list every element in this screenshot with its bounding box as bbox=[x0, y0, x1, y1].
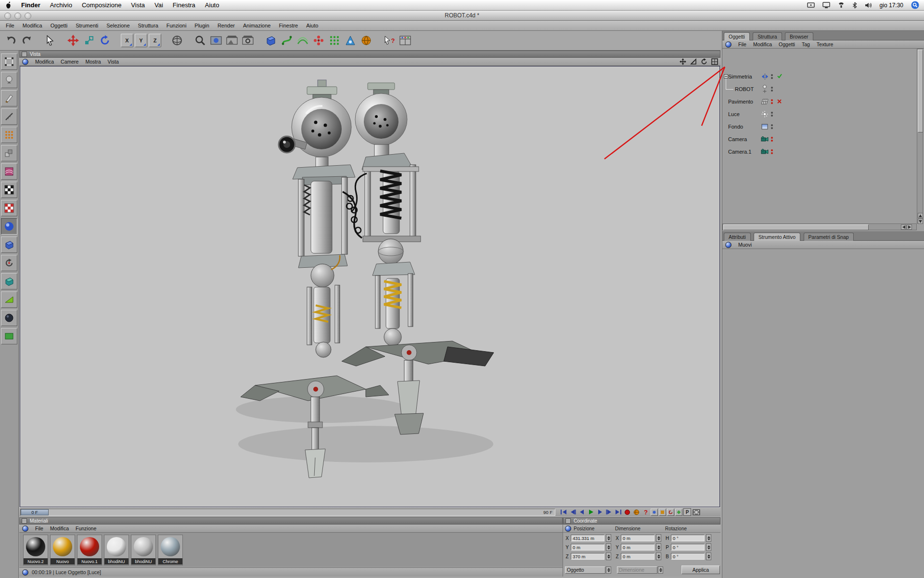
add-primitive-cube-icon[interactable] bbox=[264, 33, 278, 48]
viewport-header[interactable]: Vista bbox=[19, 51, 720, 58]
scroll-down-icon[interactable] bbox=[918, 219, 923, 224]
sound-toggle-button[interactable] bbox=[632, 509, 641, 516]
zoom-view-icon[interactable] bbox=[690, 58, 697, 65]
tab-strumento-attivo[interactable]: Strumento Attivo bbox=[754, 233, 800, 241]
add-particles-icon[interactable] bbox=[327, 33, 342, 48]
texture-axis-icon[interactable] bbox=[1, 200, 17, 216]
panel-menu-icon[interactable] bbox=[565, 525, 571, 532]
apple-menu-icon[interactable] bbox=[5, 1, 12, 9]
app-menu-finestre[interactable]: Finestre bbox=[279, 23, 298, 28]
material-name[interactable]: bhodiNU bbox=[104, 558, 128, 565]
menu-aiuto[interactable]: Aiuto bbox=[205, 1, 219, 9]
material-name[interactable]: Nuovo.1 bbox=[77, 558, 102, 565]
materials-header[interactable]: Materiali bbox=[19, 517, 563, 525]
bluetooth-icon[interactable] bbox=[852, 2, 857, 9]
app-menu-plugin[interactable]: Plugin bbox=[194, 23, 209, 28]
displays-icon[interactable] bbox=[822, 2, 830, 9]
visibility-dots[interactable] bbox=[771, 124, 773, 129]
om-menu-texture[interactable]: Texture bbox=[817, 41, 833, 47]
wedge-tool-icon[interactable] bbox=[1, 291, 17, 308]
om-menu-tag[interactable]: Tag bbox=[802, 41, 810, 47]
rot-b-stepper[interactable] bbox=[706, 552, 711, 560]
film-icon[interactable] bbox=[692, 509, 700, 516]
material-item[interactable]: Nuovo.2 bbox=[23, 535, 48, 565]
dim-y-stepper[interactable] bbox=[656, 543, 661, 551]
apply-button[interactable]: Applica bbox=[681, 565, 720, 574]
material-name[interactable]: bhodiNU bbox=[131, 558, 155, 565]
material-item[interactable]: bhodiNU bbox=[104, 535, 129, 565]
pos-z-field[interactable]: 370 m bbox=[571, 553, 604, 560]
uv-tool-icon[interactable] bbox=[1, 163, 17, 180]
render-picture-icon[interactable] bbox=[225, 33, 239, 48]
object-row-luce[interactable]: Luce bbox=[722, 108, 917, 120]
visibility-dots[interactable] bbox=[771, 137, 773, 142]
menu-vista[interactable]: Vista bbox=[131, 1, 145, 9]
panel-menu-icon[interactable] bbox=[22, 59, 28, 65]
add-sound-icon[interactable] bbox=[359, 33, 373, 48]
viewport-canvas[interactable] bbox=[20, 66, 720, 507]
material-item[interactable]: bhodiNU bbox=[131, 535, 156, 565]
material-item[interactable]: Nuovo.1 bbox=[77, 535, 102, 565]
om-menu-modifica[interactable]: Modifica bbox=[753, 41, 772, 47]
autokey-parameter-toggle[interactable] bbox=[675, 509, 682, 516]
mat-menu-file[interactable]: File bbox=[35, 525, 43, 531]
scroll-up-icon[interactable] bbox=[918, 213, 923, 218]
material-name[interactable]: Nuovo.2 bbox=[24, 558, 48, 565]
app-menu-file[interactable]: File bbox=[6, 23, 14, 28]
selection-frame-icon[interactable] bbox=[1, 53, 17, 70]
panel-grip-icon[interactable] bbox=[22, 52, 27, 57]
make-editable-icon[interactable] bbox=[1, 72, 17, 88]
om-menu-file[interactable]: File bbox=[738, 41, 746, 47]
rot-h-stepper[interactable] bbox=[706, 534, 711, 542]
disabled-x-icon[interactable] bbox=[777, 99, 782, 105]
phone-icon[interactable] bbox=[838, 2, 845, 9]
rotate-view-icon[interactable] bbox=[701, 58, 707, 65]
array-orange-icon[interactable] bbox=[1, 127, 17, 143]
menu-archivio[interactable]: Archivio bbox=[50, 1, 72, 9]
app-menu-modifica[interactable]: Modifica bbox=[23, 23, 42, 28]
add-nurbs-icon[interactable] bbox=[295, 33, 310, 48]
tab-parametri-di-snap[interactable]: Parametri di Snap bbox=[804, 233, 854, 241]
menu-vai[interactable]: Vai bbox=[154, 1, 163, 9]
vp-menu-modifica[interactable]: Modifica bbox=[35, 59, 54, 65]
rot-p-stepper[interactable] bbox=[706, 543, 711, 551]
dim-z-field[interactable]: 0 m bbox=[621, 553, 654, 560]
app-menu-struttura[interactable]: Struttura bbox=[138, 23, 158, 28]
kinematics-icon[interactable] bbox=[1, 273, 17, 289]
panel-grip-icon[interactable] bbox=[22, 518, 27, 524]
tab-browser[interactable]: Browser bbox=[785, 32, 813, 41]
visibility-dots[interactable] bbox=[771, 74, 773, 79]
render-view-icon[interactable] bbox=[209, 33, 223, 48]
move-tool-icon[interactable] bbox=[66, 33, 80, 48]
visibility-dots[interactable] bbox=[771, 149, 773, 154]
panel-menu-icon[interactable] bbox=[22, 525, 28, 532]
rot-b-field[interactable]: 0 ° bbox=[671, 553, 705, 560]
vp-menu-camere[interactable]: Camere bbox=[61, 59, 78, 65]
goto-end-button[interactable] bbox=[614, 509, 622, 516]
prev-frame-button[interactable] bbox=[578, 509, 586, 516]
window-title-bar[interactable]: ROBOT.c4d * bbox=[0, 11, 924, 21]
object-label[interactable]: Camera.1 bbox=[728, 149, 751, 155]
play-button[interactable] bbox=[587, 509, 595, 516]
lock-z-axis-button[interactable]: Z bbox=[149, 34, 161, 47]
panel-menu-icon[interactable] bbox=[725, 41, 732, 48]
record-key-button[interactable] bbox=[623, 509, 631, 516]
dark-sphere-icon[interactable] bbox=[1, 310, 17, 326]
rot-p-field[interactable]: 0 ° bbox=[671, 544, 705, 551]
toggle-view-icon[interactable] bbox=[711, 58, 718, 65]
redo-icon[interactable] bbox=[20, 33, 34, 48]
scroll-left-icon[interactable] bbox=[901, 224, 906, 230]
app-menu-selezione[interactable]: Selezione bbox=[106, 23, 129, 28]
goto-start-button[interactable] bbox=[559, 509, 567, 516]
object-label[interactable]: Camera bbox=[728, 136, 747, 142]
context-help-icon[interactable]: ? bbox=[382, 33, 397, 48]
object-row-robot[interactable]: ROBOT bbox=[722, 83, 917, 95]
pan-view-icon[interactable] bbox=[680, 58, 686, 65]
knife-tool-icon[interactable] bbox=[1, 90, 17, 106]
pos-z-stepper[interactable] bbox=[606, 552, 611, 560]
scroll-right-icon[interactable] bbox=[907, 224, 912, 230]
tab-attributi[interactable]: Attributi bbox=[724, 233, 751, 241]
material-item[interactable]: Nuovo bbox=[50, 535, 75, 565]
menu-clock[interactable]: gio 17:30 bbox=[880, 2, 903, 9]
zoom-window-button[interactable] bbox=[25, 13, 31, 19]
